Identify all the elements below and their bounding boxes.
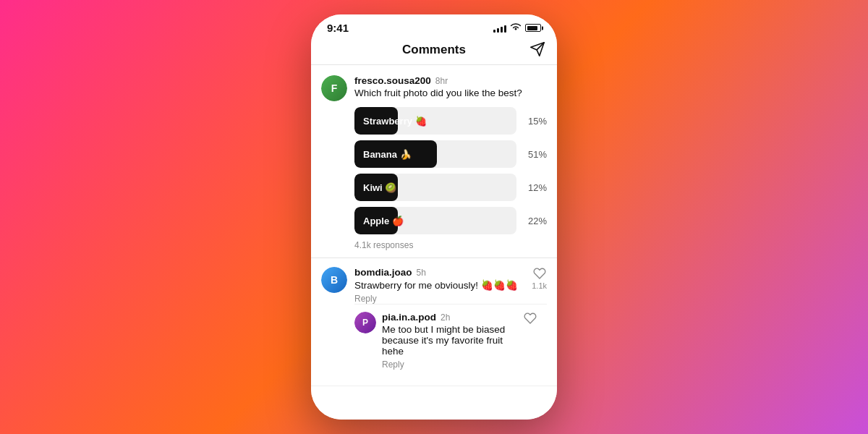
poll-percent-0: 15% (522, 116, 547, 127)
poll-option-1[interactable]: Banana 🍌 51% (354, 140, 547, 168)
comments-header: Comments (311, 37, 557, 65)
comment-0-initial: B (331, 274, 338, 286)
poll-bar-wrapper-0: Strawberry 🍓 (354, 107, 516, 135)
reply-0-0-text: Me too but I might be biased because it'… (382, 324, 518, 357)
reply-0-0-avatar-img: P (354, 312, 376, 333)
poll-bar-wrapper-2: Kiwi 🥝 (354, 174, 516, 201)
poll-option-2[interactable]: Kiwi 🥝 12% (354, 174, 547, 201)
poll-avatar-initial: F (331, 82, 338, 94)
comment-0-like-count: 1.1k (532, 281, 547, 290)
comment-0-actions: 1.1k (532, 267, 547, 290)
poll-bar-label-1: Banana 🍌 (363, 149, 412, 160)
reply-0-0-reply-btn[interactable]: Reply (382, 359, 518, 370)
comment-0: B bomdia.joao 5h Strawberry for me obvio… (311, 258, 557, 386)
battery-icon (525, 24, 541, 32)
signal-bar-1 (493, 30, 495, 33)
poll-responses: 4.1k responses (354, 240, 547, 250)
header-title: Comments (402, 43, 466, 57)
reply-0-0-username: pia.in.a.pod (382, 312, 436, 323)
reply-0-0-username-row: pia.in.a.pod 2h (382, 312, 518, 323)
status-bar: 9:41 (311, 14, 557, 37)
comment-0-time: 5h (417, 268, 426, 278)
poll-bar-fill-3: Apple 🍎 (354, 207, 398, 234)
status-time: 9:41 (327, 22, 349, 34)
poll-bar-wrapper-3: Apple 🍎 (354, 207, 516, 234)
signal-bars-icon (493, 24, 506, 33)
poll-comment-header: F fresco.sousa200 8hr Which fruit photo … (321, 75, 547, 101)
wifi-icon (510, 22, 522, 33)
comment-0-body: B bomdia.joao 5h Strawberry for me obvio… (321, 267, 547, 304)
poll-comment-meta: fresco.sousa200 8hr Which fruit photo di… (354, 75, 547, 98)
reply-0-0-time: 2h (441, 312, 450, 323)
signal-bar-4 (504, 25, 506, 33)
send-icon (529, 41, 545, 57)
poll-bar-fill-1: Banana 🍌 (354, 140, 437, 168)
reply-0-0-initial: P (362, 318, 368, 328)
poll-avatar: F (321, 75, 347, 101)
poll-percent-2: 12% (522, 182, 547, 193)
comment-0-avatar-img: B (321, 267, 347, 293)
comments-scroll-area[interactable]: F fresco.sousa200 8hr Which fruit photo … (311, 65, 557, 420)
poll-time-ago: 8hr (435, 76, 448, 86)
reply-0-0-body: P pia.in.a.pod 2h Me too but I might be … (354, 312, 537, 370)
comment-0-reply-btn[interactable]: Reply (354, 294, 524, 304)
reply-0-0-actions (524, 312, 537, 325)
poll-bar-label-0: Strawberry 🍓 (363, 116, 427, 127)
poll-container: Strawberry 🍓 15% Banana 🍌 51% (354, 107, 547, 250)
poll-avatar-image: F (321, 75, 347, 101)
poll-bar-label-2: Kiwi 🥝 (363, 182, 396, 193)
reply-0-0-content: pia.in.a.pod 2h Me too but I might be bi… (382, 312, 518, 370)
comment-0-username-row: bomdia.joao 5h (354, 267, 524, 278)
poll-bar-fill-2: Kiwi 🥝 (354, 174, 398, 201)
heart-icon-reply-0[interactable] (524, 312, 537, 325)
battery-fill (527, 26, 537, 30)
comment-0-avatar: B (321, 267, 347, 293)
signal-bar-2 (497, 28, 499, 33)
signal-bar-3 (501, 27, 503, 33)
poll-option-3[interactable]: Apple 🍎 22% (354, 207, 547, 234)
reply-0-0-avatar: P (354, 312, 376, 333)
heart-icon-0[interactable] (533, 267, 546, 280)
comment-0-text: Strawberry for me obviously! 🍓🍓🍓 (354, 279, 524, 291)
poll-percent-3: 22% (522, 216, 547, 226)
send-button[interactable] (529, 41, 545, 60)
poll-comment: F fresco.sousa200 8hr Which fruit photo … (311, 65, 557, 258)
comment-0-username: bomdia.joao (354, 267, 412, 278)
poll-bar-wrapper-1: Banana 🍌 (354, 140, 516, 168)
poll-bar-label-3: Apple 🍎 (363, 216, 404, 226)
reply-0-0: P pia.in.a.pod 2h Me too but I might be … (354, 304, 547, 377)
phone-frame: 9:41 Comments (311, 14, 557, 420)
poll-option-0[interactable]: Strawberry 🍓 15% (354, 107, 547, 135)
poll-bar-fill-0: Strawberry 🍓 (354, 107, 398, 135)
comment-0-content: bomdia.joao 5h Strawberry for me obvious… (354, 267, 524, 304)
status-icons (493, 22, 541, 33)
poll-question-text: Which fruit photo did you like the best? (354, 88, 547, 98)
poll-percent-1: 51% (522, 149, 547, 160)
poll-username: fresco.sousa200 (354, 75, 431, 86)
poll-username-row: fresco.sousa200 8hr (354, 75, 547, 86)
